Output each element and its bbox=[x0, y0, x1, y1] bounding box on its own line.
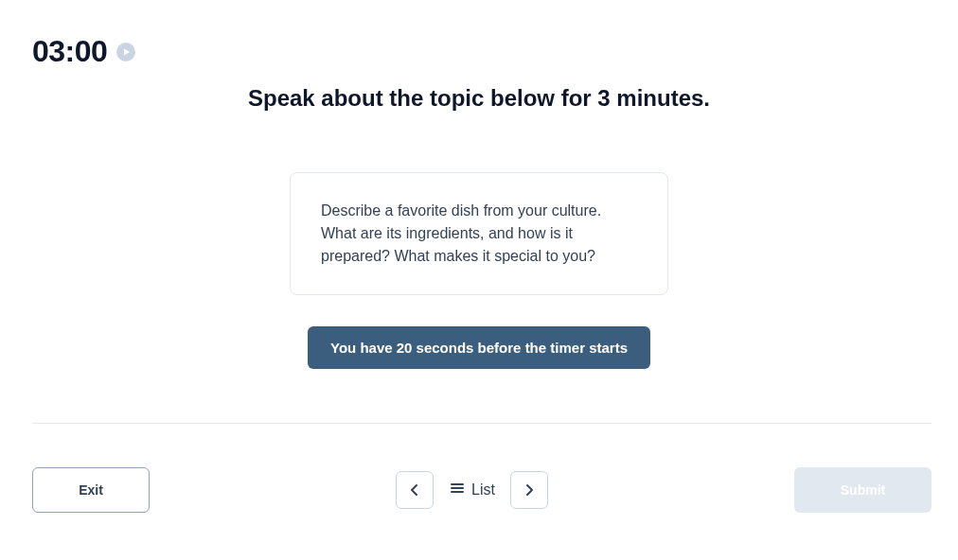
list-button-label: List bbox=[471, 481, 495, 499]
chevron-right-icon bbox=[522, 482, 537, 498]
countdown-banner: You have 20 seconds before the timer sta… bbox=[308, 326, 650, 369]
submit-button[interactable]: Submit bbox=[794, 467, 931, 513]
prompt-card: Describe a favorite dish from your cultu… bbox=[290, 172, 668, 295]
navigation-controls: List bbox=[396, 471, 548, 509]
list-icon bbox=[449, 480, 466, 500]
exit-button[interactable]: Exit bbox=[32, 467, 150, 513]
prev-button[interactable] bbox=[396, 471, 434, 509]
instruction-text: Speak about the topic below for 3 minute… bbox=[0, 85, 958, 112]
footer-divider bbox=[32, 423, 931, 424]
play-icon[interactable] bbox=[116, 43, 135, 61]
list-button[interactable]: List bbox=[445, 474, 499, 506]
footer: Exit List bbox=[32, 467, 931, 513]
next-button[interactable] bbox=[510, 471, 548, 509]
timer-display: 03:00 bbox=[32, 34, 107, 69]
chevron-left-icon bbox=[407, 482, 422, 498]
prompt-text: Describe a favorite dish from your cultu… bbox=[321, 202, 601, 264]
